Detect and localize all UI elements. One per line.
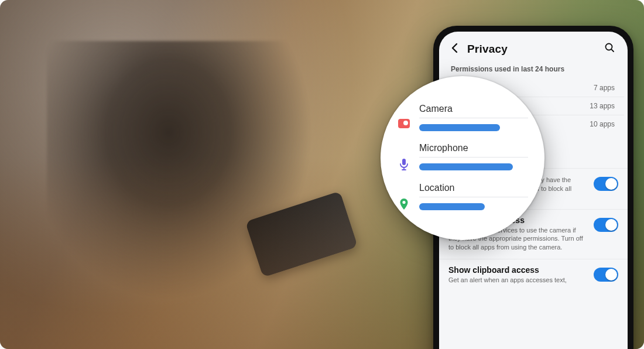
setting-description: Get an alert when an apps accesses text, [448,276,587,285]
permission-label: Camera [419,104,528,118]
permission-app-count: 7 apps [594,84,615,92]
permission-label: Location [419,183,528,197]
held-phone [245,191,358,278]
svg-rect-2 [402,159,406,165]
hero-image-container: Privacy Permissions used in last 24 hour… [0,0,644,349]
setting-name: Show clipboard access [448,265,587,275]
permission-item-microphone: Microphone [397,138,528,178]
setting-clipboard-access[interactable]: Show clipboard access Get an alert when … [439,259,628,292]
toggle-switch[interactable] [594,177,618,191]
search-icon[interactable] [602,40,617,58]
microphone-icon [399,158,409,171]
permission-item-location: Location [397,178,528,218]
back-icon[interactable] [447,40,461,57]
location-icon [399,198,409,211]
page-title: Privacy [467,43,508,56]
permission-app-count: 10 apps [590,120,615,128]
toggle-switch[interactable] [594,218,618,232]
toggle-switch[interactable] [594,268,618,282]
person-silhouette [47,41,351,345]
svg-point-5 [402,200,405,203]
usage-bar [419,124,500,131]
usage-bar [419,203,485,210]
usage-bar [419,163,513,170]
magnifier-callout: Camera Microphone [381,76,544,240]
permission-app-count: 13 apps [590,102,615,110]
camera-icon [398,119,410,128]
permission-label: Microphone [419,143,528,158]
svg-line-1 [611,49,614,52]
app-bar: Privacy [439,32,628,63]
permission-item-camera: Camera [397,99,528,138]
